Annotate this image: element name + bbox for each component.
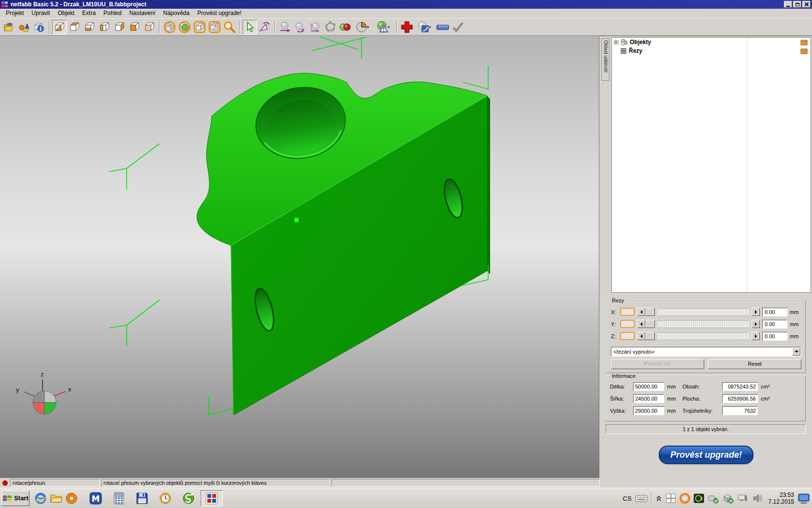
slider-left-arrow[interactable] (637, 320, 645, 328)
axis-z-toggle-button[interactable] (620, 332, 635, 340)
rotate-view-button[interactable] (258, 20, 272, 34)
menu-pohled[interactable]: Pohled (100, 9, 125, 17)
cut-mode-select[interactable]: <řezání vypnuto> (611, 347, 801, 357)
axis-x-toggle-button[interactable] (620, 308, 635, 316)
open-project-button[interactable] (2, 20, 16, 34)
cut-z-value-field[interactable]: 0.00 (762, 332, 787, 341)
validate-button[interactable] (450, 20, 465, 34)
menu-projekt[interactable]: Projekt (2, 9, 28, 17)
repair-red-cross-button[interactable] (400, 20, 414, 34)
view-bottom-button[interactable] (82, 20, 97, 34)
show-part-in-box-button[interactable] (207, 20, 222, 34)
tray-sync-box-icon[interactable] (723, 493, 734, 504)
tray-nvidia-icon[interactable] (694, 493, 704, 504)
close-button[interactable] (802, 1, 811, 8)
info-delka-value[interactable]: 50000.00 (633, 382, 664, 391)
show-desktop-icon[interactable] (798, 493, 810, 504)
keyboard-layout-icon[interactable] (635, 493, 648, 503)
maximize-button[interactable] (793, 1, 801, 8)
tray-updater-icon[interactable] (680, 493, 690, 504)
viewport-3d[interactable]: z y x (0, 36, 599, 478)
start-button[interactable]: Start (1, 491, 29, 506)
open-objects-folder-icon[interactable] (800, 39, 809, 45)
tray-volume-icon[interactable] (753, 493, 763, 504)
expand-icon[interactable] (614, 40, 618, 45)
repair-automatic-button[interactable]: ▾ (374, 20, 394, 34)
scale-part-button[interactable] (308, 20, 322, 34)
tray-usb-icon[interactable] (708, 493, 719, 504)
dropdown-caret-icon[interactable]: ▾ (429, 25, 433, 30)
tree-item-rezy[interactable]: Řezy (612, 46, 747, 55)
view-isometric-button[interactable] (52, 20, 67, 34)
show-platform-box-button[interactable] (192, 20, 207, 34)
slider-thumb-x[interactable] (645, 308, 655, 316)
cut-x-value-field[interactable]: 0.00 (762, 308, 787, 316)
slider-thumb-y[interactable] (645, 320, 655, 328)
select-cursor-button[interactable] (243, 20, 257, 34)
menu-napoveda[interactable]: Nápověda (159, 9, 193, 17)
slider-left-arrow[interactable] (637, 332, 645, 340)
view-top-button[interactable] (67, 20, 82, 34)
slider-right-arrow[interactable] (752, 320, 760, 328)
menu-upravit[interactable]: Upravit (28, 9, 54, 17)
selection-handle-dot[interactable] (294, 218, 299, 222)
view-right-button[interactable] (112, 20, 127, 34)
tray-clock[interactable]: 23:53 7.12.2015 (768, 492, 794, 505)
slice-part-button[interactable]: ▾ (415, 20, 435, 34)
file-explorer-folder-icon[interactable] (50, 492, 62, 505)
dropdown-caret-icon[interactable]: ▾ (388, 25, 392, 30)
media-player-icon[interactable] (65, 492, 78, 505)
move-part-button[interactable] (278, 20, 292, 34)
minimize-button[interactable] (784, 1, 792, 8)
info-sirka-value[interactable]: 24500.00 (633, 394, 664, 403)
view-front-button[interactable] (127, 20, 142, 34)
rotate-part-button[interactable] (293, 20, 307, 34)
compare-parts-button[interactable] (338, 20, 352, 34)
part-info-button[interactable] (32, 20, 46, 34)
model-drzak-lm10uu[interactable] (197, 73, 490, 415)
zoom-button[interactable] (222, 20, 237, 34)
menu-extra[interactable]: Extra (78, 9, 100, 17)
taskbar-app-maxthon[interactable] (85, 490, 107, 507)
internet-explorer-icon[interactable] (34, 492, 47, 505)
show-selected-part-button[interactable] (177, 20, 192, 34)
execute-cut-button[interactable]: Provést řez (611, 359, 704, 369)
language-indicator[interactable]: CS (623, 495, 632, 502)
measure-button[interactable] (435, 20, 450, 34)
taskbar-app-calculator[interactable] (108, 490, 130, 507)
events-area-tab[interactable]: Oblast událostí (601, 38, 609, 81)
reset-cut-button[interactable]: Reset (708, 359, 801, 369)
add-parts-button[interactable] (17, 20, 31, 34)
taskbar-app-netfabb[interactable] (201, 490, 223, 507)
viewport-3d-scene[interactable]: z y x (0, 36, 599, 478)
slider-right-arrow[interactable] (752, 332, 760, 340)
taskbar-app-save[interactable] (131, 490, 153, 507)
slider-track-z[interactable] (657, 332, 749, 340)
open-cuts-folder-icon[interactable] (800, 47, 809, 54)
slider-thumb-z[interactable] (645, 332, 655, 340)
cut-y-value-field[interactable]: 0.00 (762, 320, 787, 329)
slider-track-x[interactable] (657, 308, 749, 316)
dropdown-caret-icon[interactable]: ▾ (367, 25, 371, 30)
tree-item-label[interactable]: Objekty (630, 39, 651, 45)
taskbar-app-slicer[interactable] (177, 490, 200, 507)
cut-pie-button[interactable]: ▾ (353, 20, 373, 34)
menu-provest-upgrade[interactable]: Provést upgrade! (193, 9, 245, 17)
menu-nastaveni[interactable]: Nastavení (125, 9, 159, 17)
tray-network-icon[interactable] (738, 493, 749, 504)
slider-track-y[interactable] (657, 320, 749, 328)
info-vyska-value[interactable]: 29000.00 (633, 406, 664, 415)
view-back-button[interactable] (142, 20, 157, 34)
view-left-button[interactable] (97, 20, 112, 34)
upgrade-button[interactable]: Provést upgrade! (659, 446, 754, 464)
select-surfaces-button[interactable] (323, 20, 337, 34)
slider-left-arrow[interactable] (637, 308, 645, 316)
tree-item-label[interactable]: Řezy (629, 47, 642, 54)
show-hidden-icons-chevron[interactable] (655, 494, 662, 502)
combo-dropdown-button[interactable] (792, 348, 800, 356)
axis-y-toggle-button[interactable] (620, 320, 635, 328)
menu-objekt[interactable]: Objekt (54, 9, 78, 17)
show-all-parts-button[interactable] (162, 20, 177, 34)
taskbar-app-clock[interactable] (154, 490, 176, 507)
slider-right-arrow[interactable] (752, 308, 760, 316)
